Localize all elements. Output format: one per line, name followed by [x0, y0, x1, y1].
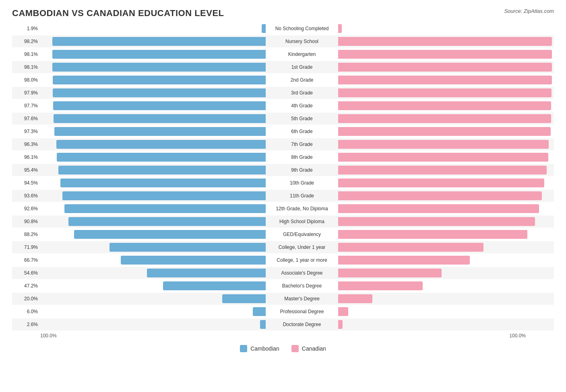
- right-value: 95.9%: [564, 167, 566, 173]
- right-bar: [338, 256, 470, 265]
- right-value: 2.0%: [564, 322, 566, 327]
- right-value: 98.3%: [564, 77, 566, 83]
- left-bar-wrap: [40, 230, 266, 239]
- bottom-right-label: 100.0%: [509, 333, 526, 339]
- left-bar: [52, 63, 266, 72]
- right-value: 87.1%: [564, 232, 566, 237]
- canadian-legend-label: Canadian: [302, 345, 326, 352]
- category-label: 9th Grade: [266, 167, 338, 173]
- right-bar-wrap: [338, 269, 564, 277]
- left-value: 54.6%: [12, 270, 40, 276]
- legend: Cambodian Canadian: [12, 345, 554, 352]
- legend-cambodian: Cambodian: [240, 345, 279, 352]
- left-value: 98.0%: [12, 77, 40, 83]
- right-value: 98.2%: [564, 90, 566, 96]
- right-bar-wrap: [338, 101, 564, 110]
- category-label: 7th Grade: [266, 142, 338, 147]
- left-bar: [52, 37, 266, 46]
- left-bar: [74, 230, 266, 239]
- left-bar: [58, 166, 266, 174]
- right-bar-wrap: [338, 50, 564, 59]
- right-value: 60.6%: [564, 257, 566, 263]
- left-bar: [54, 127, 266, 136]
- table-row: 95.4% 9th Grade 95.9%: [12, 164, 554, 176]
- category-label: College, Under 1 year: [266, 244, 338, 250]
- chart-title: CAMBODIAN VS CANADIAN EDUCATION LEVEL: [12, 8, 554, 18]
- left-bar: [163, 281, 266, 290]
- left-bar: [56, 140, 266, 149]
- left-value: 98.1%: [12, 51, 40, 57]
- right-bar: [338, 76, 552, 84]
- left-bar-wrap: [40, 269, 266, 277]
- category-label: Kindergarten: [266, 51, 338, 57]
- category-label: GED/Equivalency: [266, 232, 338, 237]
- table-row: 97.3% 6th Grade 97.7%: [12, 125, 554, 138]
- right-bar: [338, 24, 342, 33]
- category-label: Doctorate Degree: [266, 322, 338, 327]
- right-bar-wrap: [338, 191, 564, 200]
- table-row: 93.6% 11th Grade 93.7%: [12, 190, 554, 202]
- category-label: Professional Degree: [266, 309, 338, 314]
- left-bar: [54, 114, 266, 123]
- left-bar-wrap: [40, 37, 266, 46]
- left-bar-wrap: [40, 166, 266, 174]
- right-value: 66.8%: [564, 244, 566, 250]
- table-row: 98.2% Nursery School 98.4%: [12, 35, 554, 47]
- right-value: 97.9%: [564, 116, 566, 121]
- bottom-left-label: 100.0%: [40, 333, 57, 339]
- left-bar-wrap: [40, 179, 266, 187]
- table-row: 96.1% 8th Grade 96.6%: [12, 151, 554, 163]
- left-bar-wrap: [40, 153, 266, 162]
- left-bar: [262, 24, 266, 33]
- left-bar: [222, 294, 266, 303]
- left-bar-wrap: [40, 307, 266, 316]
- right-bar: [338, 230, 527, 239]
- left-bar-wrap: [40, 24, 266, 33]
- left-bar: [68, 217, 266, 226]
- left-value: 98.1%: [12, 64, 40, 70]
- category-label: 11th Grade: [266, 193, 338, 199]
- right-bar: [338, 217, 535, 226]
- right-bar: [338, 101, 551, 110]
- right-bar: [338, 114, 551, 123]
- left-bar: [53, 88, 266, 97]
- left-bar-wrap: [40, 50, 266, 59]
- category-label: High School Diploma: [266, 219, 338, 224]
- left-value: 90.8%: [12, 219, 40, 224]
- chart-area: 1.9% No Schooling Completed 1.7% 98.2% N…: [12, 23, 554, 330]
- right-bar-wrap: [338, 204, 564, 213]
- category-label: 3rd Grade: [266, 90, 338, 96]
- table-row: 98.0% 2nd Grade 98.3%: [12, 74, 554, 86]
- right-bar: [338, 191, 542, 200]
- right-value: 98.3%: [564, 64, 566, 70]
- left-bar: [53, 101, 266, 110]
- right-bar: [338, 294, 372, 303]
- right-bar-wrap: [338, 256, 564, 265]
- right-bar-wrap: [338, 127, 564, 136]
- left-value: 92.6%: [12, 206, 40, 211]
- left-bar: [109, 243, 266, 252]
- right-value: 97.7%: [564, 129, 566, 134]
- category-label: Bachelor's Degree: [266, 283, 338, 289]
- left-value: 88.2%: [12, 232, 40, 237]
- right-value: 96.9%: [564, 142, 566, 147]
- left-bar-wrap: [40, 294, 266, 303]
- left-bar-wrap: [40, 281, 266, 290]
- left-bar-wrap: [40, 101, 266, 110]
- right-bar-wrap: [338, 24, 564, 33]
- left-value: 98.2%: [12, 39, 40, 44]
- table-row: 2.6% Doctorate Degree 2.0%: [12, 318, 554, 330]
- left-bar-wrap: [40, 191, 266, 200]
- right-bar: [338, 320, 343, 329]
- cambodian-legend-box: [240, 345, 247, 352]
- right-value: 94.9%: [564, 180, 566, 186]
- table-row: 97.7% 4th Grade 98.0%: [12, 100, 554, 112]
- right-bar-wrap: [338, 320, 564, 329]
- right-bar-wrap: [338, 140, 564, 149]
- right-bar-wrap: [338, 243, 564, 252]
- left-value: 97.7%: [12, 103, 40, 109]
- right-bar: [338, 243, 483, 252]
- right-bar: [338, 307, 348, 316]
- right-bar: [338, 179, 544, 187]
- right-bar: [338, 269, 442, 277]
